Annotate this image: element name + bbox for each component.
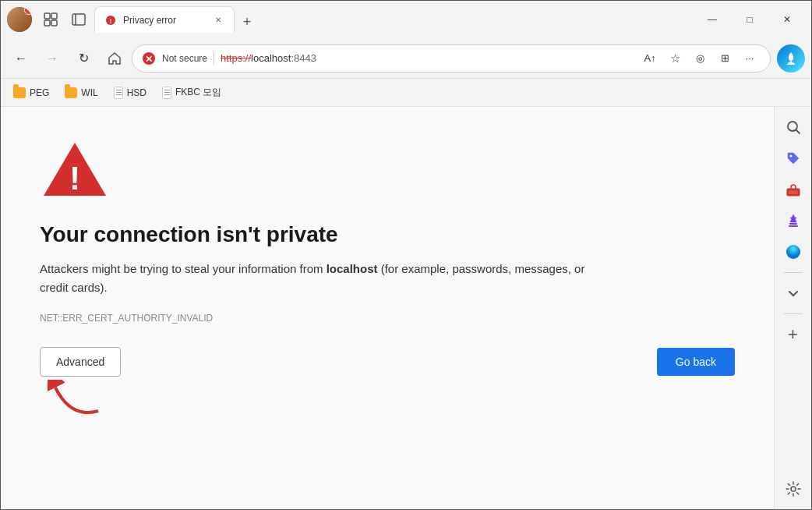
not-secure-label: Not secure [162, 53, 207, 64]
sidebar-divider-2 [784, 313, 803, 314]
address-bar[interactable]: ✕ Not secure https://localhost:8443 A↑ ☆… [132, 44, 771, 73]
address-url: https://localhost:8443 [221, 52, 633, 64]
url-host: localhost [251, 52, 291, 64]
forward-button[interactable]: → [38, 44, 66, 73]
address-divider [214, 52, 214, 65]
error-description: Attackers might be trying to steal your … [40, 260, 585, 297]
tab-close-button[interactable]: ✕ [212, 14, 224, 27]
sidebar-add-icon[interactable]: + [779, 321, 807, 349]
sidebar-toggle-icon[interactable] [66, 7, 91, 32]
bookmarks-bar: PEG WIL HSD FKBC 모임 [1, 79, 811, 107]
red-arrow [48, 380, 110, 419]
copilot-icon[interactable] [777, 44, 805, 73]
maximize-button[interactable]: □ [732, 7, 768, 32]
sidebar-search-icon[interactable] [779, 113, 807, 141]
svg-text:!: ! [110, 17, 112, 25]
warning-triangle-icon: ! [40, 138, 110, 200]
back-button[interactable]: ← [7, 44, 35, 73]
error-title: Your connection isn't private [40, 222, 735, 247]
bookmark-fkbc[interactable]: FKBC 모임 [156, 83, 228, 102]
navigation-bar: ← → ↻ ✕ Not secure https://localhost:844… [1, 38, 811, 79]
folder-icon [65, 87, 77, 98]
read-aloud-icon[interactable]: A↑ [639, 48, 661, 69]
svg-rect-19 [789, 225, 798, 227]
content-area: ! Your connection isn't private Attacker… [1, 107, 811, 509]
advanced-button[interactable]: Advanced [40, 347, 121, 377]
url-port: :8443 [291, 52, 316, 64]
settings-menu-icon[interactable]: ··· [739, 48, 761, 69]
file-icon [114, 87, 123, 99]
title-bar: ! Privacy error ✕ + — □ ✕ [1, 1, 811, 38]
error-code: NET::ERR_CERT_AUTHORITY_INVALID [40, 313, 735, 324]
favorites-icon[interactable]: ☆ [664, 48, 686, 69]
go-back-button[interactable]: Go back [657, 348, 735, 376]
svg-rect-3 [51, 20, 57, 26]
browser-window: ! Privacy error ✕ + — □ ✕ ← → ↻ [0, 0, 812, 510]
bookmark-fkbc-label: FKBC 모임 [175, 86, 221, 99]
sidebar-tag-icon[interactable] [779, 144, 807, 172]
sidebar-settings-icon[interactable] [779, 475, 807, 503]
bookmark-hsd[interactable]: HSD [108, 83, 153, 102]
description-host: localhost [327, 262, 378, 275]
sidebar-chess-icon[interactable] [779, 207, 807, 235]
browser-sidebar: + [774, 107, 811, 509]
bookmark-peg[interactable]: PEG [7, 84, 55, 101]
profile-avatar[interactable] [7, 7, 32, 32]
svg-point-20 [786, 245, 800, 259]
new-tab-button[interactable]: + [236, 11, 258, 33]
svg-rect-17 [789, 190, 798, 194]
bookmark-wil[interactable]: WIL [58, 84, 104, 101]
svg-rect-4 [72, 14, 85, 25]
tabs-row: ! Privacy error ✕ + [94, 6, 691, 33]
tab-title: Privacy error [123, 15, 206, 26]
svg-rect-0 [44, 13, 50, 19]
home-button[interactable] [101, 44, 129, 73]
file-icon [162, 87, 171, 99]
minimize-button[interactable]: — [694, 7, 730, 32]
svg-text:!: ! [69, 160, 80, 197]
warning-icon-container: ! [40, 138, 735, 204]
svg-rect-2 [44, 20, 50, 26]
active-tab[interactable]: ! Privacy error ✕ [94, 6, 235, 33]
svg-point-21 [791, 487, 796, 491]
svg-line-14 [796, 130, 800, 134]
advanced-wrapper: Advanced [40, 347, 121, 377]
svg-rect-18 [789, 223, 797, 225]
extensions-icon[interactable]: ◎ [689, 48, 711, 69]
bookmark-peg-label: PEG [30, 87, 49, 98]
svg-rect-1 [51, 13, 57, 19]
sidebar-divider [784, 272, 803, 273]
sidebar-bottom [779, 475, 807, 503]
sidebar-toolbox-icon[interactable] [779, 175, 807, 204]
tab-bar-icons [38, 7, 91, 32]
not-secure-icon: ✕ [142, 51, 156, 66]
svg-point-15 [789, 155, 792, 158]
url-protocol: https:// [221, 52, 251, 64]
window-controls: — □ ✕ [694, 7, 805, 32]
buttons-wrapper: Advanced Go back [40, 347, 735, 377]
sidebar-copilot-icon[interactable] [779, 238, 807, 266]
sidebar-dropdown-icon[interactable] [779, 279, 807, 307]
svg-text:✕: ✕ [145, 54, 153, 65]
bookmark-wil-label: WIL [81, 87, 97, 98]
folder-icon [13, 87, 26, 98]
sidebar-icon[interactable]: ⊞ [714, 48, 736, 69]
description-before: Attackers might be trying to steal your … [40, 262, 327, 275]
page-content: ! Your connection isn't private Attacker… [1, 107, 774, 509]
tab-favicon: ! [104, 14, 117, 27]
workspaces-icon[interactable] [38, 7, 63, 32]
bookmark-hsd-label: HSD [127, 87, 147, 98]
refresh-button[interactable]: ↻ [69, 44, 97, 73]
close-button[interactable]: ✕ [769, 7, 805, 32]
